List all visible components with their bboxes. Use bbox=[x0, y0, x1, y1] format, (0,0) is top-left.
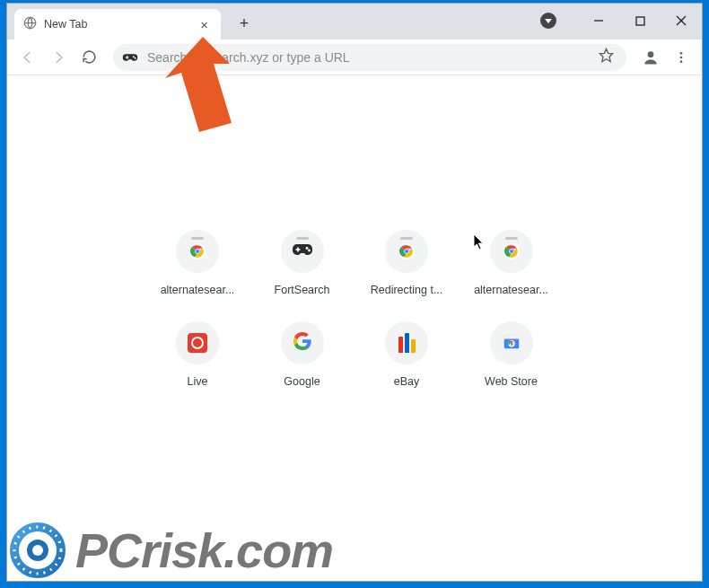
svg-point-6 bbox=[135, 57, 136, 58]
svg-marker-9 bbox=[600, 48, 612, 61]
shortcut-label: alternatesear... bbox=[161, 284, 235, 296]
live-icon bbox=[188, 333, 207, 353]
svg-point-10 bbox=[648, 51, 654, 57]
google-icon bbox=[293, 331, 312, 355]
shortcut-label: eBay bbox=[394, 375, 420, 388]
svg-rect-20 bbox=[297, 248, 299, 252]
shortcut-icon bbox=[281, 321, 324, 364]
shortcut-label: FortSearch bbox=[275, 284, 330, 296]
svg-point-13 bbox=[680, 60, 683, 63]
tab-title: New Tab bbox=[44, 18, 87, 31]
shortcut-label: Live bbox=[188, 375, 208, 388]
browser-window: New Tab × + bbox=[6, 3, 703, 582]
address-bar[interactable] bbox=[113, 44, 626, 71]
globe-icon bbox=[23, 16, 37, 32]
shortcut-tile[interactable]: FortSearch bbox=[253, 230, 352, 296]
svg-point-5 bbox=[133, 56, 135, 57]
svg-rect-2 bbox=[636, 17, 644, 25]
browser-tab[interactable]: New Tab × bbox=[14, 9, 221, 39]
profile-button[interactable] bbox=[637, 44, 664, 71]
chrome-icon bbox=[503, 242, 521, 260]
menu-button[interactable] bbox=[668, 44, 695, 71]
svg-point-18 bbox=[308, 250, 311, 252]
shortcut-tile[interactable]: alternatesear... bbox=[462, 230, 561, 296]
chrome-icon bbox=[398, 242, 416, 260]
shortcut-tile[interactable]: eBay bbox=[357, 321, 456, 388]
shortcut-tile[interactable]: Google bbox=[253, 321, 352, 388]
svg-point-17 bbox=[305, 247, 308, 250]
toolbar bbox=[7, 39, 702, 75]
close-window-button[interactable] bbox=[661, 5, 702, 36]
shortcut-tile[interactable]: Web Store bbox=[462, 321, 561, 388]
reload-button[interactable] bbox=[75, 44, 102, 71]
search-engine-badge-icon[interactable] bbox=[540, 13, 556, 29]
maximize-button[interactable] bbox=[619, 5, 661, 36]
svg-rect-8 bbox=[127, 56, 127, 59]
shortcut-icon bbox=[490, 230, 533, 273]
shortcuts-grid: alternatesear... FortSearch bbox=[148, 230, 561, 388]
shortcut-icon bbox=[490, 321, 533, 364]
close-tab-button[interactable]: × bbox=[197, 15, 212, 34]
shortcut-icon bbox=[281, 230, 324, 273]
shortcut-icon bbox=[176, 230, 219, 273]
bookmark-star-icon[interactable] bbox=[595, 48, 617, 66]
shortcut-tile[interactable]: Live bbox=[148, 321, 247, 388]
shortcut-tile[interactable]: Redirecting t... bbox=[357, 230, 456, 296]
webstore-icon bbox=[502, 331, 521, 355]
back-button[interactable] bbox=[14, 44, 41, 71]
shortcut-label: Web Store bbox=[485, 375, 538, 388]
window-controls bbox=[540, 4, 702, 38]
forward-button[interactable] bbox=[45, 44, 72, 71]
shortcut-icon bbox=[385, 230, 428, 273]
shortcut-tile[interactable]: alternatesear... bbox=[148, 230, 247, 296]
shortcut-icon bbox=[385, 321, 428, 364]
svg-point-12 bbox=[680, 56, 683, 58]
minimize-button[interactable] bbox=[578, 5, 619, 36]
new-tab-page: alternatesear... FortSearch bbox=[7, 75, 702, 581]
shortcut-label: Redirecting t... bbox=[371, 284, 443, 296]
shortcut-label: alternatesear... bbox=[474, 284, 548, 296]
svg-point-29 bbox=[510, 343, 512, 345]
new-tab-button[interactable]: + bbox=[232, 11, 257, 36]
gamepad-icon bbox=[292, 241, 313, 261]
ebay-icon bbox=[397, 333, 416, 353]
titlebar: New Tab × + bbox=[7, 4, 702, 39]
url-input[interactable] bbox=[147, 50, 595, 65]
svg-point-11 bbox=[680, 52, 683, 55]
chrome-icon bbox=[188, 242, 206, 260]
search-engine-icon bbox=[122, 51, 138, 64]
shortcut-label: Google bbox=[284, 375, 319, 388]
shortcut-icon bbox=[176, 321, 219, 364]
